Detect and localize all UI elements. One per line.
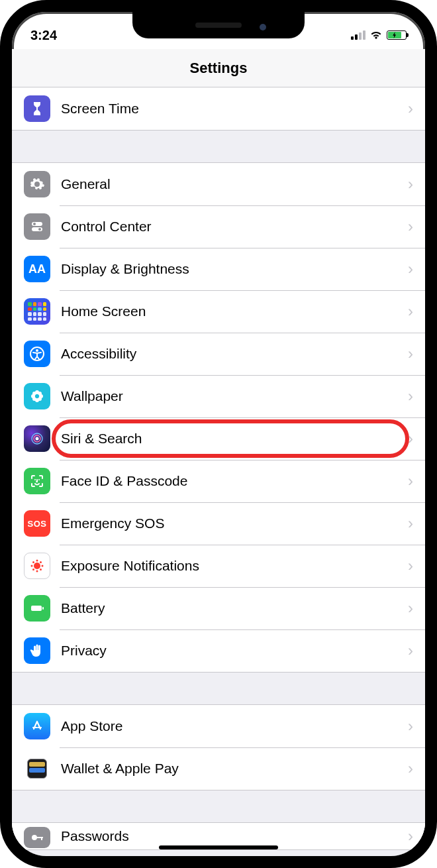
svg-point-19 [38, 479, 40, 480]
row-label: Wallpaper [61, 388, 408, 404]
home-indicator[interactable] [159, 845, 278, 849]
svg-point-27 [32, 569, 34, 570]
row-general[interactable]: General › [12, 163, 425, 205]
row-wallet-apple-pay[interactable]: Wallet & Apple Pay › [12, 747, 425, 790]
settings-section: Screen Time › [12, 87, 425, 131]
row-label: Screen Time [61, 101, 408, 117]
settings-list[interactable]: Screen Time › General › Control Center › [12, 87, 425, 856]
svg-point-24 [42, 565, 44, 567]
row-control-center[interactable]: Control Center › [12, 205, 425, 248]
row-privacy[interactable]: Privacy › [12, 629, 425, 672]
chevron-right-icon: › [408, 599, 413, 618]
chevron-right-icon: › [408, 260, 413, 278]
row-label: Emergency SOS [61, 515, 408, 531]
chevron-right-icon: › [408, 717, 413, 735]
row-siri-search[interactable]: Siri & Search › [12, 417, 425, 460]
chevron-right-icon: › [408, 759, 413, 778]
chevron-right-icon: › [408, 514, 413, 533]
chevron-right-icon: › [408, 429, 413, 448]
row-label: Accessibility [61, 346, 408, 362]
svg-point-1 [33, 223, 36, 225]
row-face-id-passcode[interactable]: Face ID & Passcode › [12, 460, 425, 502]
row-label: Siri & Search [61, 431, 408, 447]
row-battery[interactable]: Battery › [12, 587, 425, 629]
iphone-frame: 3:24 Settings Screen Time › [0, 0, 437, 868]
row-app-store[interactable]: App Store › [12, 705, 425, 747]
svg-point-18 [34, 479, 36, 480]
gear-icon [24, 171, 50, 197]
chevron-right-icon: › [408, 345, 413, 363]
hand-icon [24, 637, 50, 664]
wifi-icon [369, 28, 383, 43]
row-wallpaper[interactable]: Wallpaper › [12, 375, 425, 417]
chevron-right-icon: › [408, 472, 413, 490]
row-label: Passwords [61, 828, 408, 844]
svg-point-23 [31, 565, 33, 567]
siri-icon [24, 425, 50, 452]
svg-point-21 [36, 560, 38, 562]
row-label: Privacy [61, 643, 408, 659]
chevron-right-icon: › [408, 99, 413, 118]
svg-point-22 [36, 570, 38, 572]
hourglass-icon [24, 95, 50, 122]
row-accessibility[interactable]: Accessibility › [12, 333, 425, 375]
chevron-right-icon: › [408, 302, 413, 321]
faceid-icon [24, 468, 50, 494]
svg-point-5 [36, 349, 38, 352]
status-time: 3:24 [30, 28, 57, 43]
settings-section: General › Control Center › AA Display & … [12, 162, 425, 673]
chevron-right-icon: › [408, 387, 413, 406]
row-label: Control Center [61, 219, 408, 235]
svg-point-28 [40, 569, 42, 570]
chevron-right-icon: › [408, 217, 413, 236]
svg-point-17 [36, 437, 39, 441]
device-notch [132, 12, 305, 38]
apps-grid-icon [24, 298, 50, 325]
row-label: Exposure Notifications [61, 558, 408, 574]
row-emergency-sos[interactable]: SOS Emergency SOS › [12, 502, 425, 545]
row-screen-time[interactable]: Screen Time › [12, 87, 425, 130]
row-label: General [61, 176, 408, 192]
svg-rect-29 [31, 606, 42, 611]
row-label: Home Screen [61, 303, 408, 319]
page-title: Settings [190, 60, 248, 77]
row-label: Battery [61, 600, 408, 616]
svg-point-26 [40, 561, 42, 563]
wallet-icon [24, 755, 50, 782]
cellular-signal-icon [351, 30, 365, 40]
chevron-right-icon: › [408, 557, 413, 575]
flower-icon [24, 383, 50, 409]
chevron-right-icon: › [408, 641, 413, 660]
svg-point-31 [32, 835, 37, 840]
row-exposure-notifications[interactable]: Exposure Notifications › [12, 545, 425, 587]
text-size-icon: AA [24, 256, 50, 282]
svg-point-14 [35, 394, 39, 398]
exposure-icon [24, 553, 50, 579]
row-label: Wallet & Apple Pay [61, 761, 408, 777]
battery-icon [24, 595, 50, 622]
status-indicators [351, 28, 407, 43]
svg-point-20 [34, 563, 40, 569]
svg-rect-33 [41, 837, 42, 840]
switches-icon [24, 213, 50, 240]
navigation-bar: Settings [12, 49, 425, 87]
svg-rect-30 [42, 607, 44, 610]
chevron-right-icon: › [408, 175, 413, 193]
appstore-icon [24, 713, 50, 739]
row-display-brightness[interactable]: AA Display & Brightness › [12, 248, 425, 290]
row-label: App Store [61, 718, 408, 734]
accessibility-icon [24, 341, 50, 367]
row-label: Display & Brightness [61, 261, 408, 277]
chevron-right-icon: › [408, 827, 413, 845]
settings-section: App Store › Wallet & Apple Pay › [12, 704, 425, 790]
svg-point-3 [38, 228, 41, 231]
row-home-screen[interactable]: Home Screen › [12, 290, 425, 333]
svg-point-25 [32, 561, 34, 563]
key-icon [24, 827, 50, 848]
row-label: Face ID & Passcode [61, 473, 408, 489]
sos-icon: SOS [24, 510, 50, 537]
battery-charging-icon [387, 30, 407, 40]
